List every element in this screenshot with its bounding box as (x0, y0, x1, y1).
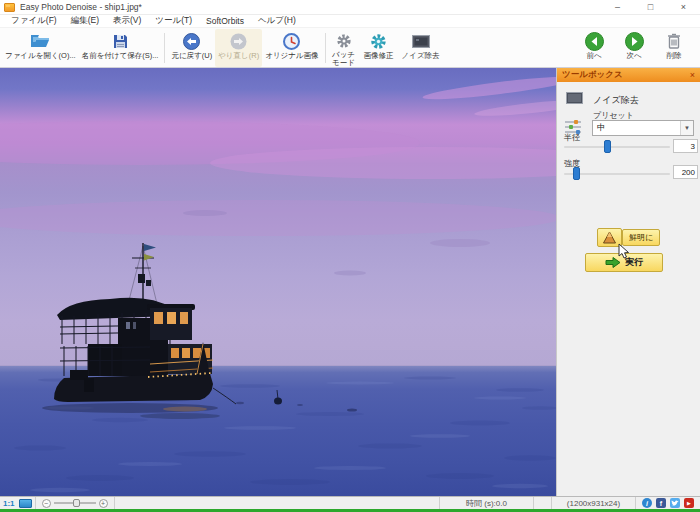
strength-slider-handle[interactable] (573, 167, 580, 180)
zoom-slider-handle[interactable] (73, 499, 80, 507)
next-arrow-icon (625, 32, 644, 50)
facebook-icon[interactable]: f (656, 498, 666, 508)
statusbar-spacer (115, 497, 440, 509)
preset-value: 中 (593, 122, 680, 134)
strength-value[interactable]: 200 (673, 165, 698, 179)
zoom-out-button[interactable]: − (42, 499, 51, 508)
photo-canvas[interactable] (0, 68, 556, 496)
run-arrow-icon (605, 257, 621, 268)
strength-slider[interactable] (564, 167, 670, 180)
menu-tools[interactable]: ツール(T) (148, 15, 199, 27)
title-bar: Easy Photo Denoise - ship1.jpg* – □ × (0, 0, 700, 15)
tool-name-label: ノイズ除去 (593, 94, 639, 107)
zoom-slider-track[interactable] (54, 502, 96, 504)
menu-bar: ファイル(F) 編集(E) 表示(V) ツール(T) SoftOrbits ヘル… (0, 15, 700, 28)
sharpen-button[interactable]: 鮮明に (622, 229, 660, 246)
actual-size-button[interactable]: 1:1 (3, 499, 15, 508)
clock-history-icon (283, 32, 300, 50)
previous-image-button[interactable]: 前へ (574, 29, 614, 67)
menu-help[interactable]: ヘルプ(H) (251, 15, 303, 27)
chevron-down-icon[interactable]: ▼ (680, 121, 693, 135)
toolbox-title: ツールボックス (562, 69, 623, 81)
app-icon (4, 3, 15, 12)
sharpen-icon-button[interactable] (597, 228, 622, 247)
redo-button[interactable]: やり直し(R) (215, 29, 262, 67)
toolbar-separator (325, 33, 326, 63)
ship-dusk-photo (0, 68, 556, 496)
mountain-icon (602, 231, 617, 244)
toolbar-right-group: 前へ 次へ 削除 (574, 29, 698, 67)
delete-image-button[interactable]: 削除 (654, 29, 694, 67)
twitter-icon[interactable] (670, 498, 680, 508)
trash-icon (667, 32, 681, 50)
toolbox-header[interactable]: ツールボックス × (557, 68, 700, 82)
radius-slider-track[interactable] (564, 146, 670, 148)
menu-file[interactable]: ファイル(F) (4, 15, 64, 27)
maximize-button[interactable]: □ (634, 0, 667, 14)
close-button[interactable]: × (667, 0, 700, 14)
toolbar-separator (164, 33, 165, 63)
status-bar: 1:1 − + 時間 (s):0.0 (1200x931x24) i f ▶ (0, 496, 700, 509)
undo-icon (183, 32, 200, 50)
statusbar-blank-cell (534, 497, 552, 509)
gear-icon (336, 32, 352, 49)
menu-edit[interactable]: 編集(E) (64, 15, 106, 27)
noise-image-icon (412, 32, 430, 50)
zoom-widget: − + (36, 497, 115, 509)
next-image-button[interactable]: 次へ (614, 29, 654, 67)
time-status: 時間 (s):0.0 (440, 497, 534, 509)
preset-dropdown[interactable]: 中 ▼ (592, 120, 694, 136)
image-dimensions: (1200x931x24) (552, 497, 636, 509)
minimize-button[interactable]: – (601, 0, 634, 14)
radius-slider-handle[interactable] (604, 140, 611, 153)
toolbox-panel: ツールボックス × ノイズ除去 プリセット 中 ▼ 半径 3 強度 200 (556, 68, 700, 496)
menu-view[interactable]: 表示(V) (106, 15, 148, 27)
open-file-button[interactable]: ファイルを開く(O)... (2, 29, 79, 67)
denoise-button[interactable]: ノイズ除去 (399, 29, 443, 67)
main-area: ツールボックス × ノイズ除去 プリセット 中 ▼ 半径 3 強度 200 (0, 68, 700, 496)
menu-softorbits[interactable]: SoftOrbits (199, 16, 251, 26)
noise-thumb-icon (566, 92, 583, 104)
save-as-button[interactable]: 名前を付けて保存(S)... (79, 29, 162, 67)
image-fix-button[interactable]: 画像修正 (359, 29, 399, 67)
fit-screen-icon[interactable] (19, 499, 32, 508)
open-folder-icon (30, 32, 50, 50)
prev-arrow-icon (585, 32, 604, 50)
toolbar: ファイルを開く(O)... 名前を付けて保存(S)... 元に戻す(U) やり直… (0, 28, 700, 68)
radius-value[interactable]: 3 (673, 139, 698, 153)
batch-mode-button[interactable]: バッチモード (329, 29, 359, 67)
youtube-icon[interactable]: ▶ (684, 498, 694, 508)
teal-gear-icon (370, 32, 387, 50)
view-controls: 1:1 (0, 497, 36, 509)
social-links: i f ▶ (636, 498, 700, 508)
info-icon[interactable]: i (642, 498, 652, 508)
zoom-in-button[interactable]: + (99, 499, 108, 508)
window-title: Easy Photo Denoise - ship1.jpg* (20, 2, 142, 12)
redo-icon (230, 32, 247, 50)
toolbox-close-icon[interactable]: × (690, 70, 695, 80)
save-floppy-icon (113, 32, 128, 50)
window-controls: – □ × (601, 0, 700, 14)
undo-button[interactable]: 元に戻す(U) (168, 29, 215, 67)
run-button[interactable]: 実行 (585, 253, 663, 272)
original-image-button[interactable]: オリジナル画像 (262, 29, 321, 67)
radius-slider[interactable] (564, 140, 670, 153)
